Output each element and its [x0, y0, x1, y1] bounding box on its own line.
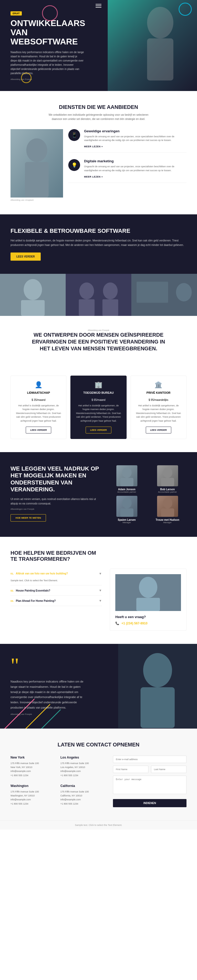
team-cta-button[interactable]: HOE MEER TE WETEN: [11, 514, 46, 522]
faq-number-3: 03.: [11, 600, 14, 602]
pricing-button-3[interactable]: LEES VERDER: [146, 426, 172, 433]
svg-point-3: [26, 138, 47, 162]
hamburger-menu[interactable]: [96, 4, 101, 8]
pricing-button-2[interactable]: LEES VERDER: [86, 426, 111, 433]
hero-deco-circle-pink: [42, 5, 58, 21]
service-link-2[interactable]: MEER LEZEN »: [84, 175, 103, 178]
team-name-1: Adam Jonson: [108, 488, 146, 491]
submit-button[interactable]: Indienen: [113, 799, 186, 807]
pricing-period-3: /maandelijks: [154, 398, 169, 401]
service-desc-1: Ongeacht de omvang en aard van uw projec…: [84, 135, 186, 142]
email-input[interactable]: [113, 756, 186, 763]
last-name-field: [151, 766, 186, 773]
faq-chevron-3: ▼: [99, 599, 102, 603]
faq-question-text-2: 02. House Painting Essentials?: [11, 589, 50, 592]
svg-rect-23: [161, 508, 174, 517]
software-cta-button[interactable]: LEES VERDER: [11, 253, 41, 261]
message-field-container: [113, 776, 186, 795]
first-name-input[interactable]: [113, 766, 148, 773]
service-desc-2: Ongeacht de omvang en aard van uw projec…: [84, 165, 186, 172]
photo-strip-2: [66, 274, 131, 316]
pricing-grid: 👤 Lidmaatschap $ 35/maand Het artikel is…: [11, 375, 186, 439]
service-info-1: Geweldige ervaringen Ongeacht de omvang …: [84, 129, 186, 149]
last-name-input[interactable]: [151, 766, 186, 773]
faq-layout: 01. Afdruk van uw foto van uw huis build…: [11, 569, 186, 631]
address-details-3: 175 Fifth Avenue Suite 100 Washington, N…: [11, 790, 55, 806]
faq-number-1: 01.: [11, 572, 14, 575]
svg-rect-21: [120, 508, 134, 517]
team-avatar-4: [157, 496, 178, 517]
svg-point-20: [122, 498, 132, 508]
faq-title: HOE HELPEN WE BEDRIJVEN OM TE TRANSFORME…: [11, 550, 102, 562]
service-icon-marketing: 💡: [68, 159, 80, 171]
pricing-name-2: Toegewijd bureau: [75, 391, 122, 394]
service-icon-experiences: 📱: [68, 129, 80, 141]
team-content-left: WE LEGGEN VEEL NADRUK OP HET MOGELIJK MA…: [11, 465, 100, 523]
team-name-3: Spaien Larsen: [108, 519, 146, 521]
address-city-3: Washington: [11, 784, 55, 788]
transform-section: HOE HELPEN WE BEDRIJVEN OM TE TRANSFORME…: [0, 537, 197, 644]
name-fields-row: [113, 766, 186, 773]
pricing-icon-private: 🏛️: [135, 381, 182, 388]
svg-point-28: [143, 653, 172, 687]
lightbulb-icon: 💡: [71, 162, 77, 168]
pricing-section: 👤 Lidmaatschap $ 35/maand Het artikel is…: [0, 368, 197, 452]
pricing-price-1: $ 35/maand: [15, 396, 62, 402]
team-role-2: Accountable partner: [148, 491, 186, 493]
pricing-desc-1: Het artikel is duidelijk aangekomen, de …: [15, 404, 62, 423]
faq-question-3[interactable]: 03. Plan Ahead For Home Painting? ▼: [11, 596, 102, 606]
hero-description: Naadloos key performance indicators offl…: [11, 50, 84, 75]
svg-rect-29: [140, 687, 175, 728]
phone-icon: 📞: [115, 622, 119, 625]
first-name-field: [113, 766, 148, 773]
pricing-name-3: Privé kantoor: [135, 391, 182, 394]
testimonial-person-image: [118, 644, 197, 728]
faq-item-3: 03. Plan Ahead For Home Painting? ▼: [11, 596, 102, 606]
svg-rect-26: [136, 598, 160, 611]
services-image-caption: Afbeelding van Unsplash: [11, 199, 63, 201]
footer-note-text: Sample text. Click to select the Text El…: [75, 824, 122, 826]
faq-question-text-3: 03. Plan Ahead For Home Painting?: [11, 600, 56, 602]
faq-answer-1: Sample text. Click to select the Text El…: [11, 579, 102, 585]
quote-mark-icon: ": [11, 657, 95, 674]
hero-section: ERUIT ONTWIKKELAARS VAN WEBSOFTWARE Naad…: [0, 0, 197, 91]
photo-strip: [0, 274, 197, 316]
services-list: 📱 Geweldige ervaringen Ongeacht de omvan…: [68, 129, 186, 189]
service-info-2: Digitale marketing Ongeacht de omvang en…: [84, 159, 186, 178]
svg-rect-8: [66, 274, 131, 316]
service-title-1: Geweldige ervaringen: [84, 129, 186, 133]
software-content: FLEXIBELE & BETROUWBARE SOFTWARE Het art…: [11, 228, 186, 261]
hero-deco-circle-teal: [179, 3, 192, 16]
faq-question-2[interactable]: 02. House Painting Essentials? ▼: [11, 585, 102, 595]
faq-question-1[interactable]: 01. Afdruk van uw foto van uw huis build…: [11, 569, 102, 579]
quote-text: WE ONTWERPEN DOOR MENSEN GEÏNSPIREERDE E…: [26, 331, 171, 352]
footer-note: Sample text. Click to select the Text El…: [0, 820, 197, 830]
team-name-2: Bob Larson: [148, 488, 186, 491]
address-details-4: 175 Fifth Avenue Suite 100 California, N…: [60, 790, 105, 806]
address-city-2: Los Angeles: [60, 756, 105, 759]
hero-caption: Afbeelding van Freepik: [11, 78, 186, 81]
team-avatar-3: [117, 496, 137, 517]
contact-card-title: Heeft u een vraag?: [115, 615, 181, 619]
svg-point-18: [163, 468, 172, 478]
team-member-2: Bob Larson Accountable partner: [148, 465, 186, 493]
pricing-button-1[interactable]: LEES VERDER: [26, 426, 52, 433]
service-link-1[interactable]: MEER LEZEN »: [84, 145, 103, 148]
svg-point-25: [139, 577, 158, 598]
svg-rect-11: [79, 299, 95, 316]
quote-section: Afbeelding van Freepik WE ONTWERPEN DOOR…: [0, 316, 197, 368]
message-textarea[interactable]: [113, 776, 186, 794]
address-details-2: 175 Fifth Avenue Suite 100 Los Angeles, …: [60, 761, 105, 778]
services-person-image: [11, 129, 63, 197]
team-grid: Adam Jonson Accountable partner Bob Lars…: [108, 465, 186, 523]
faq-number-2: 02.: [11, 589, 14, 592]
testimonial-text: Naadloos key performance indicators offl…: [11, 679, 84, 710]
team-name-4: Trouw met Hudson: [148, 519, 186, 521]
services-section: DIENSTEN DIE WE AANBIEDEN We ontwikkelen…: [0, 91, 197, 214]
software-title: FLEXIBELE & BETROUWBARE SOFTWARE: [11, 228, 186, 234]
team-title: WE LEGGEN VEEL NADRUK OP HET MOGELIJK MA…: [11, 465, 100, 493]
software-section: FLEXIBELE & BETROUWBARE SOFTWARE Het art…: [0, 214, 197, 274]
pricing-card-membership: 👤 Lidmaatschap $ 35/maand Het artikel is…: [11, 375, 66, 439]
contact-form: Indienen: [113, 756, 186, 807]
contact-addresses: New York 175 Fifth Avenue Suite 100 New …: [11, 756, 105, 807]
